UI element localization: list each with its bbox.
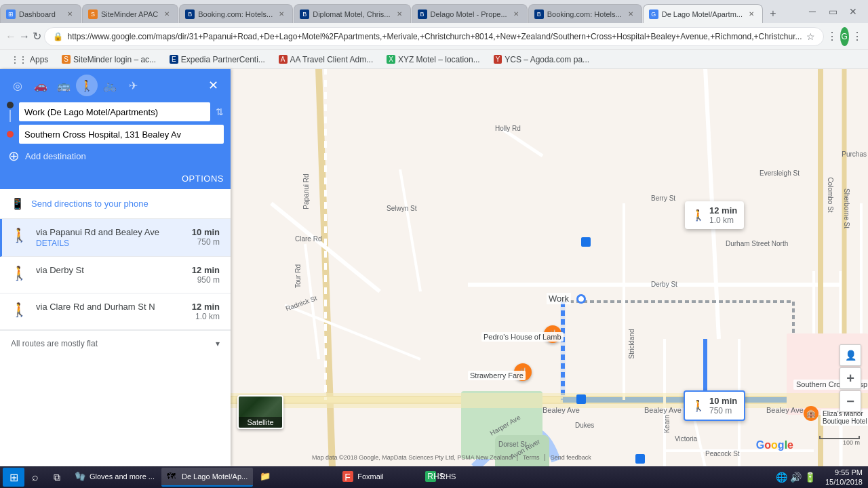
- route-distance-3: 1.0 km: [192, 312, 220, 321]
- taskbar-app-gloves[interactable]: 🧤 Gloves and more ...: [69, 468, 160, 487]
- flat-note-text: All routes are mostly flat: [11, 339, 98, 348]
- start-button[interactable]: ⊞: [3, 468, 24, 487]
- title-bar: ⊞ Dashboard ✕ S SiteMinder APAC ✕ B Book…: [0, 0, 868, 23]
- tab-close-1[interactable]: ✕: [64, 9, 75, 20]
- zoom-in-button[interactable]: +: [840, 367, 861, 389]
- route-item-2[interactable]: 🚶 via Derby St 12 min 950 m: [0, 257, 231, 293]
- send-directions-label: Send directions to your phone: [31, 199, 149, 209]
- add-destination-text[interactable]: Add destination: [25, 151, 86, 161]
- terms-link[interactable]: Terms: [523, 454, 540, 461]
- route-main-1: 🚶 via Papanui Rd and Bealey Ave DETAILS …: [11, 227, 220, 248]
- radnick-label: Radnick St: [285, 294, 318, 312]
- mode-transit-button[interactable]: 🚌: [53, 75, 75, 96]
- colombo-st-label: Colombo St: [826, 177, 833, 212]
- window-controls: ─ ▭ ✕: [797, 0, 868, 23]
- bealey-ave-label-1: Bealey Ave: [542, 406, 580, 414]
- tab-booking2[interactable]: B Booking.com: Hotels... ✕: [528, 4, 642, 23]
- dist-value-2: 750 m: [709, 406, 737, 415]
- volume-icon[interactable]: 🔊: [790, 472, 802, 483]
- durham-north-label: Durham Street North: [726, 240, 788, 247]
- bookmark-aa[interactable]: A AA Travel Client Adm...: [273, 54, 378, 66]
- system-time[interactable]: 9:55 PM 15/10/2018: [823, 468, 865, 487]
- pedros-label: Pedro's House of Lamb: [481, 332, 564, 342]
- swap-icon[interactable]: ⇅: [216, 106, 224, 117]
- bookmark-apps[interactable]: ⋮⋮ Apps: [5, 54, 54, 66]
- tab-siteminder[interactable]: S SiteMinder APAC ✕: [82, 4, 178, 23]
- taskbar-search-button[interactable]: ⌕: [26, 468, 45, 487]
- origin-dot: [7, 102, 14, 108]
- send-to-phone[interactable]: 📱 Send directions to your phone: [0, 189, 231, 219]
- bookmark-xyz-label: XYZ Motel – location...: [398, 55, 480, 64]
- close-window-button[interactable]: ✕: [844, 2, 863, 21]
- scale-bar: 100 m: [819, 436, 860, 446]
- tab-dashboard[interactable]: ⊞ Dashboard ✕: [0, 4, 81, 23]
- bookmark-ycs[interactable]: Y YCS – Agoda.com pa...: [488, 54, 595, 66]
- tab-booking1[interactable]: B Booking.com: Hotels... ✕: [179, 4, 293, 23]
- maximize-button[interactable]: ▭: [823, 2, 842, 21]
- battery-icon[interactable]: 🔋: [804, 472, 816, 483]
- tab-close-2[interactable]: ✕: [161, 9, 172, 20]
- origin-input[interactable]: [19, 102, 210, 121]
- extensions-button[interactable]: ⋮: [827, 27, 837, 46]
- explore-icon: ◎: [13, 79, 22, 92]
- tab-close-3[interactable]: ✕: [276, 9, 287, 20]
- options-button[interactable]: OPTIONS: [182, 174, 224, 184]
- taskbar-app-files[interactable]: 📁: [254, 468, 336, 487]
- network-icon[interactable]: 🌐: [776, 472, 787, 483]
- tab-delago[interactable]: B Delago Motel - Prope... ✕: [412, 4, 528, 23]
- system-tray: 🌐 🔊 🔋 9:55 PM 15/10/2018: [772, 468, 865, 487]
- strickland-label: Strickland: [628, 329, 635, 359]
- route-info-2: via Derby St: [36, 265, 184, 275]
- bookmarks-bar: ⋮⋮ Apps S SiteMinder login – ac... E Exp…: [0, 50, 868, 69]
- bookmark-xyz[interactable]: X XYZ Motel – location...: [381, 54, 485, 66]
- destination-input[interactable]: [19, 125, 224, 144]
- reload-button[interactable]: ↻: [33, 27, 41, 46]
- mode-flight-button[interactable]: ✈: [122, 75, 144, 96]
- walk-popup-icon-1: 🚶: [692, 209, 705, 222]
- forward-button[interactable]: →: [19, 27, 30, 46]
- toolbar: ← → ↻ 🔒 https://www.google.com/maps/dir/…: [0, 23, 868, 50]
- route-details-link[interactable]: DETAILS: [36, 239, 184, 248]
- tab-close-7[interactable]: ✕: [746, 9, 757, 20]
- back-button[interactable]: ←: [5, 27, 16, 46]
- flat-note-chevron[interactable]: ▾: [216, 339, 220, 348]
- bookmark-siteminder[interactable]: S SiteMinder login – ac...: [56, 54, 161, 66]
- address-bar[interactable]: 🔒 https://www.google.com/maps/dir/31+Pap…: [44, 27, 823, 46]
- mode-explore-button[interactable]: ◎: [7, 75, 28, 96]
- tab-close-4[interactable]: ✕: [394, 9, 405, 20]
- transport-modes: ◎ 🚗 🚌 🚶 🚲 ✈: [7, 75, 224, 96]
- taskbar-app-rhs[interactable]: RHS RHS: [420, 468, 501, 487]
- walk-popup-icon-2: 🚶: [692, 399, 705, 412]
- elizas-marker[interactable]: 🏨: [804, 406, 818, 421]
- send-feedback-link[interactable]: Send feedback: [551, 454, 591, 461]
- tab-close-6[interactable]: ✕: [625, 9, 636, 20]
- minimize-button[interactable]: ─: [803, 2, 822, 21]
- taskbar-app-maps[interactable]: 🗺 De Lago Motel/Ap...: [161, 468, 253, 487]
- menu-button[interactable]: ⋮: [852, 27, 863, 46]
- bookmark-star-icon[interactable]: ☆: [806, 31, 815, 42]
- taskbar-app-foxmail[interactable]: F Foxmail: [337, 468, 418, 487]
- account-button[interactable]: G: [840, 27, 849, 46]
- mode-car-button[interactable]: 🚗: [30, 75, 52, 96]
- origin-input-row: ⇅: [7, 102, 224, 122]
- zoom-out-button[interactable]: −: [840, 390, 861, 412]
- work-marker[interactable]: Work: [547, 293, 586, 304]
- mode-bike-button[interactable]: 🚲: [99, 75, 121, 96]
- walk-mode-icon: 🚶: [80, 79, 94, 92]
- tab-diplomat[interactable]: B Diplomat Motel, Chris... ✕: [294, 4, 410, 23]
- map-container[interactable]: Sherborne St Colombo St Purchas Bealey A…: [231, 69, 868, 466]
- route-duration-2: 12 min: [192, 265, 220, 275]
- close-directions-button[interactable]: ✕: [202, 75, 224, 96]
- task-view-button[interactable]: ⧉: [46, 468, 68, 487]
- route-item-3[interactable]: 🚶 via Clare Rd and Durham St N 12 min 1.…: [0, 293, 231, 330]
- satellite-button[interactable]: Satellite: [237, 395, 283, 429]
- tab-close-5[interactable]: ✕: [511, 9, 521, 20]
- pegman-button[interactable]: 👤: [840, 344, 861, 366]
- mode-walk-button[interactable]: 🚶: [76, 75, 98, 96]
- scale-text: 100 m: [819, 439, 860, 446]
- new-tab-button[interactable]: +: [764, 4, 783, 23]
- route-item-1[interactable]: 🚶 via Papanui Rd and Bealey Ave DETAILS …: [0, 219, 231, 257]
- dukes-label: Dukes: [575, 422, 594, 429]
- tab-delago-maps[interactable]: G De Lago Motel/Apartm... ✕: [643, 4, 763, 23]
- bookmark-expedia[interactable]: E Expedia PartnerCenti...: [164, 54, 271, 66]
